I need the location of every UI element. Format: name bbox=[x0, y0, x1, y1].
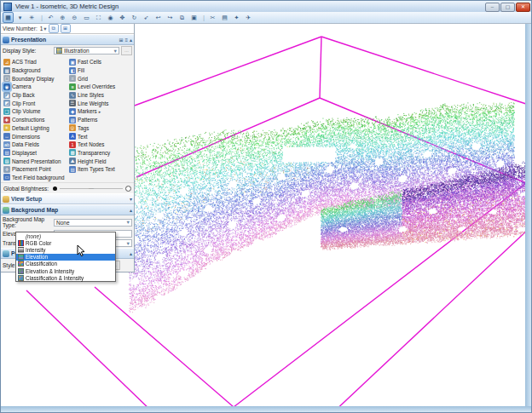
style-option[interactable]: RGB Color bbox=[16, 239, 115, 246]
background-map-type-dropdown[interactable]: None ▼ bbox=[54, 219, 132, 227]
attribute-icon: 1 bbox=[69, 141, 76, 148]
attribute-toggle[interactable]: ▭ Text Field background bbox=[2, 174, 67, 182]
attribute-icon: ❑ bbox=[3, 108, 10, 115]
view-previous-button[interactable]: ↶ bbox=[45, 12, 56, 23]
chevron-down-icon[interactable]: ▼ bbox=[126, 220, 130, 225]
list-view-icon[interactable]: ≡ bbox=[124, 37, 128, 43]
fit-view-button[interactable]: ⛶ bbox=[93, 12, 104, 23]
attribute-icon: ◪ bbox=[3, 92, 10, 99]
attribute-toggle[interactable]: ▤ Displayset bbox=[2, 149, 67, 158]
attribute-icon: ▤ bbox=[3, 149, 10, 156]
attribute-toggle[interactable]: ◩ Clip Front bbox=[2, 99, 67, 107]
attribute-icon: ▣ bbox=[69, 59, 76, 66]
zoom-out-button[interactable]: ⊖ bbox=[69, 12, 80, 23]
attribute-toggle[interactable]: ab Data Fields bbox=[2, 141, 67, 149]
presentation-header[interactable]: Presentation ⊞ ≡ ▴ bbox=[1, 34, 134, 45]
attributes-right-column: ▣ Fast Cells ◧ Fill ⌗ Grid ≡ Level Overr… bbox=[67, 58, 133, 181]
grid-view-icon[interactable]: ⊞ bbox=[119, 37, 123, 43]
illustration-icon bbox=[56, 48, 62, 54]
attribute-toggle[interactable]: ✛ Placement Point bbox=[2, 165, 67, 174]
chevron-down-icon[interactable]: ▼ bbox=[126, 241, 130, 246]
display-style-dropdown[interactable]: Illustration ▼ bbox=[54, 47, 119, 54]
mouse-cursor bbox=[77, 245, 85, 257]
saved-views-button[interactable]: ▤ bbox=[219, 12, 230, 23]
copy-view-button[interactable]: ⧉ bbox=[176, 12, 188, 23]
attribute-toggle[interactable]: ▣ Fast Cells bbox=[67, 58, 133, 66]
navigation-tool-button[interactable]: ✈ bbox=[243, 12, 254, 23]
attribute-toggle[interactable]: ↔ Dimensions bbox=[2, 132, 67, 141]
title-bar[interactable]: View 1 - Isometric, 3D Metric Design –▢✕ bbox=[1, 1, 532, 13]
style-option[interactable]: (none) bbox=[16, 232, 115, 239]
attribute-toggle[interactable]: ◪ Clip Back bbox=[2, 91, 67, 100]
point-cloud-icon bbox=[3, 250, 9, 257]
attribute-toggle[interactable]: ▩ Transparency bbox=[67, 149, 133, 158]
brightness-slider[interactable]: — bbox=[60, 188, 123, 189]
maximize-button[interactable]: ▢ bbox=[500, 3, 515, 12]
display-style-more-button[interactable]: ... bbox=[121, 46, 132, 55]
style-option[interactable]: Elevation & Intensity bbox=[16, 267, 115, 274]
style-option[interactable]: Classification bbox=[16, 261, 115, 267]
attribute-toggle[interactable]: ∿ Line Styles bbox=[67, 91, 133, 100]
view-redo-button[interactable]: ↪ bbox=[165, 12, 176, 23]
view-brightness-button[interactable]: ✳ bbox=[26, 12, 38, 23]
attribute-toggle[interactable]: ▤ Item Types Text bbox=[67, 165, 133, 174]
attribute-toggle[interactable]: ⌗ Grid bbox=[67, 74, 133, 83]
attribute-toggle[interactable]: ▢ Boundary Display bbox=[2, 74, 67, 83]
attribute-icon: ▢ bbox=[3, 75, 10, 82]
attribute-toggle[interactable]: ◆ Markers ▸ bbox=[67, 107, 133, 116]
collapse-icon[interactable]: ▴ bbox=[130, 207, 132, 213]
collapse-icon[interactable]: ▴ bbox=[130, 250, 132, 256]
attribute-toggle[interactable]: A Text bbox=[67, 132, 133, 141]
attribute-icon: ◎ bbox=[69, 124, 76, 131]
close-button[interactable]: ✕ bbox=[516, 3, 530, 12]
camera-view-button[interactable]: ◉ bbox=[105, 12, 116, 23]
pan-view-button[interactable]: ✥ bbox=[117, 12, 128, 23]
attribute-toggle[interactable]: 1 Text Nodes bbox=[67, 141, 133, 149]
global-brightness-label: Global Brightness: bbox=[3, 186, 53, 192]
style-option[interactable]: Elevation bbox=[16, 254, 115, 261]
walk-fly-button[interactable]: ➶ bbox=[141, 12, 152, 23]
attribute-toggle[interactable]: ◎ Tags bbox=[67, 124, 133, 133]
attribute-toggle[interactable]: ≡ Level Overrides bbox=[67, 83, 133, 91]
view-undo-button[interactable]: ↩ bbox=[153, 12, 164, 23]
view-number-caret[interactable]: ▾ bbox=[43, 26, 46, 32]
attribute-toggle[interactable]: ☰ Line Weights bbox=[67, 99, 133, 107]
attribute-toggle[interactable]: ⊿ ACS Triad bbox=[2, 58, 67, 66]
style-option-icon bbox=[18, 261, 24, 267]
zoom-in-button[interactable]: ⊕ bbox=[57, 12, 68, 23]
attribute-icon: ✛ bbox=[3, 166, 10, 173]
apply-to-view-icon[interactable]: ⧉ bbox=[49, 24, 59, 33]
attribute-toggle[interactable]: ✚ Constructions bbox=[2, 116, 67, 124]
cascade-views-button[interactable]: ▣ bbox=[188, 12, 200, 23]
attribute-icon: ☰ bbox=[69, 100, 76, 106]
attribute-toggle[interactable]: ⛰ Height Field bbox=[67, 157, 133, 165]
collapse-icon[interactable]: ▴ bbox=[130, 37, 132, 43]
view-display-mode-button[interactable]: ▦ bbox=[3, 12, 14, 23]
background-map-header[interactable]: Background Map ▴ bbox=[1, 204, 134, 215]
style-option-icon bbox=[18, 254, 24, 260]
clip-volume-tool-button[interactable]: ✂ bbox=[207, 12, 218, 23]
rotate-view-button[interactable]: ↻ bbox=[129, 12, 140, 23]
minimize-button[interactable]: – bbox=[485, 3, 500, 12]
style-option-icon bbox=[18, 233, 24, 239]
attribute-icon: ◧ bbox=[69, 67, 76, 74]
attribute-toggle[interactable]: ▦ Background bbox=[2, 66, 67, 75]
attribute-toggle[interactable]: ▨ Patterns bbox=[67, 116, 133, 124]
attribute-toggle[interactable]: ◧ Fill bbox=[67, 66, 133, 75]
expand-icon[interactable]: ▾ bbox=[130, 196, 132, 202]
new-window-icon[interactable]: ⊞ bbox=[61, 24, 71, 33]
style-option[interactable]: Classification & Intensity bbox=[16, 274, 115, 281]
attribute-toggle[interactable]: ❑ Clip Volume bbox=[2, 107, 67, 116]
attribute-icon: ▨ bbox=[69, 117, 76, 123]
window-area-button[interactable]: ▭ bbox=[81, 12, 92, 23]
chevron-down-icon[interactable]: ▼ bbox=[113, 49, 118, 54]
attribute-toggle[interactable]: ☀ Default Lighting bbox=[2, 124, 67, 133]
attribute-toggle[interactable]: ▧ Named Presentation bbox=[2, 157, 67, 165]
brightness-thumb[interactable] bbox=[53, 186, 57, 191]
view-number-value[interactable]: 1 bbox=[40, 26, 43, 32]
view-setup-bar[interactable]: View Setup ▾ bbox=[1, 193, 134, 204]
attribute-toggle[interactable]: ◉ Camera bbox=[2, 83, 67, 91]
render-tool-button[interactable]: ✦ bbox=[231, 12, 242, 23]
display-mode-caret[interactable]: ▾ bbox=[14, 12, 26, 23]
style-option[interactable]: Intensity bbox=[16, 246, 115, 253]
